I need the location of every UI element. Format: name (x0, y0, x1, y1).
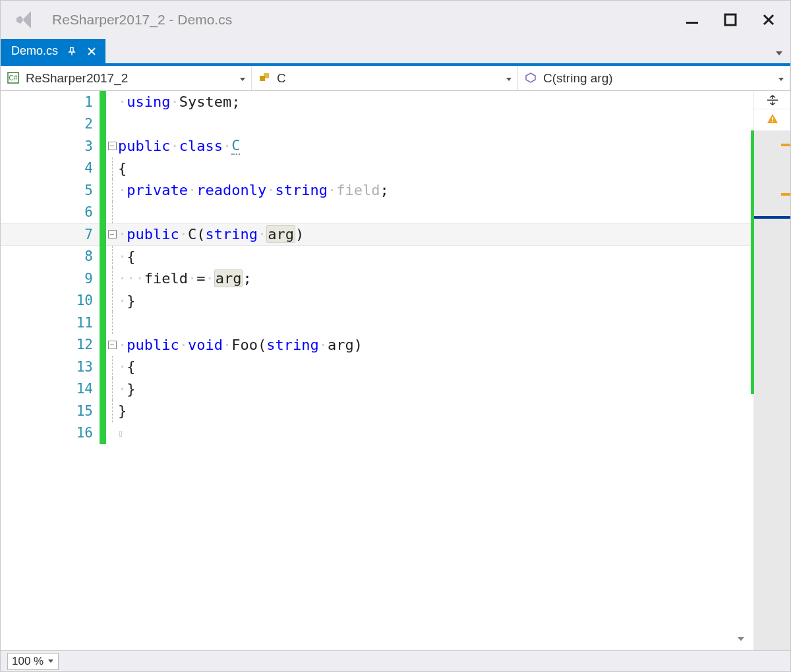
code-line-6[interactable]: 6 (1, 202, 753, 224)
fold-toggle-icon[interactable]: − (108, 341, 117, 349)
code-text[interactable]: { (118, 157, 127, 180)
change-indicator (100, 179, 106, 202)
fold-gutter: − (106, 142, 118, 150)
nav-member-dropdown[interactable]: C(string arg) (518, 66, 790, 90)
vs-window: ReSharper2017_2 - Demo.cs Demo.cs (0, 0, 791, 672)
vs-logo-icon (13, 7, 39, 33)
change-indicator (100, 312, 106, 334)
nav-class-label: C (277, 71, 286, 86)
fold-gutter (106, 202, 118, 224)
fold-gutter (106, 290, 118, 312)
code-line-4[interactable]: 4 { (1, 157, 753, 180)
code-text[interactable]: ·private·readonly·string·field; (118, 179, 389, 202)
warning-icon[interactable] (754, 109, 790, 128)
line-number: 2 (1, 116, 100, 132)
code-line-16[interactable]: 16 ▯ (1, 422, 753, 445)
maximize-button[interactable] (720, 10, 740, 30)
code-line-1[interactable]: 1 ·using·System; (1, 91, 753, 113)
code-line-3[interactable]: 3 − public·class·C (1, 135, 753, 157)
fold-guide (112, 400, 113, 422)
fold-gutter (106, 400, 118, 422)
code-line-14[interactable]: 14 ·} (1, 378, 753, 401)
code-text[interactable]: ·{ (118, 246, 136, 268)
line-number: 16 (1, 425, 100, 441)
fold-guide (112, 267, 113, 290)
minimize-button[interactable] (682, 10, 702, 30)
fold-guide (112, 202, 113, 224)
nav-project-dropdown[interactable]: C# ReSharper2017_2 (1, 66, 252, 90)
zoom-label: 100 % (12, 655, 44, 668)
fold-gutter (106, 157, 118, 180)
cursor-marker (754, 216, 790, 219)
change-indicator (100, 246, 106, 268)
code-line-5[interactable]: 5 ·private·readonly·string·field; (1, 179, 753, 202)
code-line-12[interactable]: 12 − ·public·void·Foo(string·arg) (1, 334, 753, 356)
code-line-9[interactable]: 9 ···field·=·arg; (1, 267, 753, 290)
code-text[interactable]: ▯ (118, 422, 123, 445)
change-indicator (100, 267, 106, 290)
tab-label: Demo.cs (11, 44, 58, 58)
fold-gutter (106, 356, 118, 378)
class-icon (258, 72, 272, 85)
svg-rect-0 (686, 22, 698, 24)
change-indicator (100, 135, 106, 157)
fold-gutter: − (106, 341, 118, 349)
code-text[interactable]: ·} (118, 378, 136, 401)
tab-overflow-icon[interactable] (775, 47, 784, 59)
window-title: ReSharper2017_2 - Demo.cs (52, 12, 682, 28)
nav-class-dropdown[interactable]: C (252, 66, 518, 90)
code-text[interactable]: ·public·C(string·arg) (118, 223, 304, 246)
fold-guide (112, 356, 113, 378)
code-text[interactable]: public·class·C (118, 135, 240, 157)
code-text[interactable]: ·using·System; (118, 91, 240, 113)
close-button[interactable] (759, 10, 778, 30)
code-text[interactable]: ·public·void·Foo(string·arg) (118, 334, 363, 356)
warning-marker[interactable] (781, 193, 790, 196)
line-number: 11 (1, 315, 100, 331)
navigation-bar: C# ReSharper2017_2 C C(string arg) (1, 66, 790, 91)
line-number: 3 (1, 138, 100, 154)
fold-toggle-icon[interactable]: − (108, 142, 117, 150)
line-number: 7 (1, 227, 100, 242)
code-text[interactable]: ···field·=·arg; (118, 267, 252, 290)
csharp-icon: C# (7, 72, 20, 85)
nav-member-label: C(string arg) (543, 71, 613, 86)
fold-gutter (106, 378, 118, 401)
fold-toggle-icon[interactable]: − (108, 230, 117, 238)
fold-gutter (106, 246, 118, 268)
fold-guide (112, 378, 113, 401)
code-line-15[interactable]: 15 } (1, 400, 753, 422)
code-line-13[interactable]: 13 ·{ (1, 356, 753, 378)
pin-icon[interactable] (66, 45, 78, 57)
line-number: 10 (1, 293, 100, 308)
titlebar: ReSharper2017_2 - Demo.cs (1, 1, 790, 39)
code-line-7[interactable]: 7 − ·public·C(string·arg) (1, 223, 753, 246)
scroll-down-icon[interactable] (736, 633, 746, 645)
code-text[interactable]: ·{ (118, 356, 136, 378)
code-line-11[interactable]: 11 (1, 312, 753, 334)
change-indicator (100, 113, 106, 136)
zoom-dropdown[interactable]: 100 % (7, 653, 59, 670)
change-indicator (100, 422, 106, 445)
tab-demo-cs[interactable]: Demo.cs (1, 39, 105, 63)
code-line-8[interactable]: 8 ·{ (1, 246, 753, 268)
line-number: 9 (1, 271, 100, 287)
line-number: 12 (1, 337, 100, 352)
change-indicator (100, 400, 106, 422)
fold-guide (112, 179, 113, 202)
code-line-10[interactable]: 10 ·} (1, 290, 753, 312)
svg-rect-1 (725, 14, 736, 25)
warning-marker[interactable] (781, 144, 790, 146)
code-text[interactable]: ·} (118, 290, 136, 312)
overview-ruler[interactable] (754, 130, 790, 650)
line-number: 5 (1, 182, 100, 198)
code-line-2[interactable]: 2 (1, 113, 753, 136)
code-text[interactable]: } (118, 400, 127, 422)
change-indicator (100, 223, 106, 246)
split-icon[interactable] (754, 91, 790, 109)
marker-bar (753, 91, 790, 650)
editor[interactable]: 1 ·using·System; 2 3 − public·class·C 4 … (1, 91, 790, 650)
tab-strip: Demo.cs (1, 39, 790, 63)
chevron-down-icon (239, 71, 246, 86)
tab-close-icon[interactable] (86, 45, 98, 57)
